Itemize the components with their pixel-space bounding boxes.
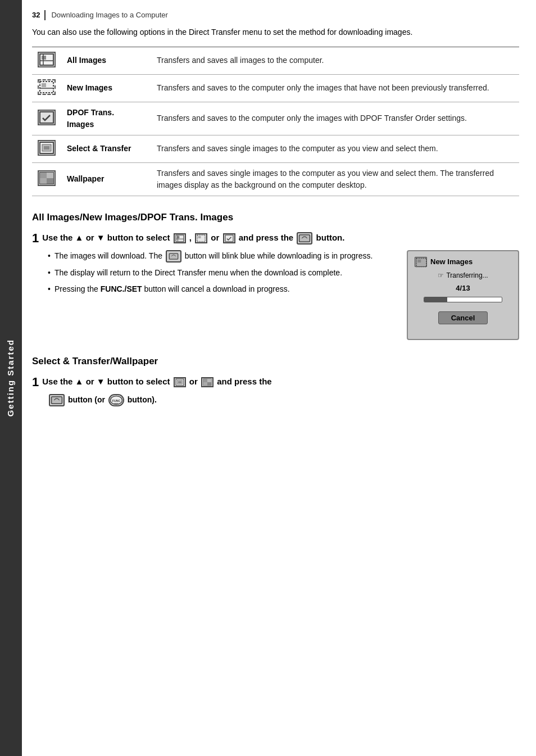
table-row: New Images Transfers and saves to the co… bbox=[32, 74, 519, 102]
svg-rect-23 bbox=[299, 234, 310, 242]
page-subtitle: Downloading Images to a Computer bbox=[51, 10, 167, 20]
camera-transferring-text: ☞ Transferring... bbox=[438, 271, 488, 279]
select-svg bbox=[39, 141, 54, 155]
print-btn-ref-icon bbox=[166, 250, 181, 262]
camera-progress-fill bbox=[424, 297, 447, 302]
camera-progress-bar bbox=[424, 297, 502, 302]
camera-screen-new-images-label: New Images bbox=[430, 257, 473, 266]
up-arrow-icon: ▲ bbox=[75, 233, 86, 242]
newimages-svg bbox=[39, 80, 54, 94]
table-label-wallpaper: Wallpaper bbox=[61, 162, 151, 196]
svg-rect-31 bbox=[203, 379, 207, 382]
svg-rect-13 bbox=[47, 173, 53, 178]
allimages-svg bbox=[39, 53, 54, 66]
section2: Select & Transfer/Wallpaper 1 Use the ▲ … bbox=[32, 356, 519, 406]
table-label-newimages: New Images bbox=[61, 74, 151, 102]
svg-rect-21 bbox=[198, 236, 201, 238]
section2-step1-text: Use the ▲ or ▼ button to select or and bbox=[42, 375, 271, 388]
table-desc-allimages: Transfers and saves all images to the co… bbox=[151, 47, 519, 74]
table-icon-cell bbox=[32, 102, 61, 135]
section2-step1-title: 1 Use the ▲ or ▼ button to select or bbox=[32, 375, 519, 390]
print-btn-icon-s2 bbox=[49, 394, 65, 406]
select-inline-icon bbox=[174, 377, 186, 387]
list-item: The images will download. The button wil… bbox=[48, 250, 396, 262]
table-label-select: Select & Transfer bbox=[61, 135, 151, 162]
svg-rect-22 bbox=[225, 235, 233, 242]
print-button-inline-icon bbox=[297, 232, 312, 245]
table-icon-cell bbox=[32, 162, 61, 196]
table-icon-cell bbox=[32, 74, 61, 102]
svg-rect-1 bbox=[42, 56, 46, 60]
section2-heading: Select & Transfer/Wallpaper bbox=[32, 356, 519, 367]
svg-text:FUNC: FUNC bbox=[112, 399, 121, 402]
wifi-icon: ☞ bbox=[438, 271, 444, 279]
svg-rect-5 bbox=[42, 83, 46, 87]
svg-rect-17 bbox=[176, 236, 179, 238]
wallpaper-svg bbox=[39, 171, 54, 185]
newimages-inline-icon bbox=[195, 233, 207, 243]
camera-screen-title: New Images bbox=[415, 257, 473, 267]
svg-rect-35 bbox=[52, 397, 62, 404]
select-icon bbox=[38, 140, 56, 156]
wallpaper-inline-icon bbox=[201, 377, 214, 387]
step-number-2: 1 bbox=[32, 375, 39, 390]
section1: All Images/New Images/DPOF Trans. Images… bbox=[32, 212, 519, 340]
table-desc-newimages: Transfers and saves to the computer only… bbox=[151, 74, 519, 102]
table-desc-wallpaper: Transfers and saves single images to the… bbox=[151, 162, 519, 196]
section1-step1-body: The images will download. The button wil… bbox=[48, 250, 519, 340]
camera-progress-fraction: 4/13 bbox=[456, 284, 470, 292]
step-content-row: The images will download. The button wil… bbox=[48, 250, 519, 340]
table-desc-dpof: Transfers and saves to the computer only… bbox=[151, 102, 519, 135]
table-desc-select: Transfers and saves single images to the… bbox=[151, 135, 519, 162]
svg-rect-10 bbox=[44, 146, 49, 150]
camera-screen-icon bbox=[415, 257, 427, 267]
table-icon-cell bbox=[32, 135, 61, 162]
camera-screen-mockup: New Images ☞ Transferring... 4/13 Cancel bbox=[407, 250, 519, 340]
step-number-1: 1 bbox=[32, 231, 39, 246]
allimages-icon bbox=[38, 52, 56, 67]
svg-rect-14 bbox=[40, 178, 47, 184]
table-row: All Images Transfers and saves all image… bbox=[32, 47, 519, 74]
svg-rect-34 bbox=[207, 382, 211, 386]
sidebar-tab: Getting Started bbox=[0, 0, 20, 756]
camera-cancel-button[interactable]: Cancel bbox=[438, 311, 488, 324]
intro-paragraph: You can also use the following options i… bbox=[32, 26, 519, 38]
wallpaper-icon bbox=[38, 170, 56, 186]
table-row: Wallpaper Transfers and saves single ima… bbox=[32, 162, 519, 196]
sidebar-label: Getting Started bbox=[6, 339, 15, 417]
func-set-button-icon: FUNCSET bbox=[108, 394, 124, 406]
dpof-inline-icon bbox=[223, 233, 235, 243]
section2-step1-body-text: button (or FUNCSET button). bbox=[48, 395, 157, 404]
page-header: 32 Downloading Images to a Computer bbox=[32, 10, 519, 20]
svg-rect-32 bbox=[207, 379, 211, 382]
svg-rect-7 bbox=[40, 112, 53, 123]
section1-step1-title: 1 Use the ▲ or ▼ button to select , bbox=[32, 231, 519, 246]
down-arrow-icon: ▼ bbox=[97, 233, 107, 242]
table-row: DPOF Trans.Images Transfers and saves to… bbox=[32, 102, 519, 135]
list-item: Pressing the FUNC./SET button will cance… bbox=[48, 283, 396, 295]
page-number: 32 bbox=[32, 10, 46, 20]
newimages-icon bbox=[38, 79, 56, 95]
up-arrow-icon-2: ▲ bbox=[75, 377, 86, 386]
table-icon-cell bbox=[32, 47, 61, 74]
svg-rect-15 bbox=[47, 178, 53, 184]
list-item: The display will return to the Direct Tr… bbox=[48, 267, 396, 279]
options-table: All Images Transfers and saves all image… bbox=[32, 47, 519, 196]
table-row: Select & Transfer Transfers and saves si… bbox=[32, 135, 519, 162]
step-bullets: The images will download. The button wil… bbox=[48, 250, 396, 300]
down-arrow-icon-2: ▼ bbox=[97, 377, 107, 386]
main-content: 32 Downloading Images to a Computer You … bbox=[20, 0, 536, 756]
svg-text:SET: SET bbox=[114, 403, 119, 405]
svg-rect-29 bbox=[178, 381, 181, 383]
table-label-dpof: DPOF Trans.Images bbox=[61, 102, 151, 135]
section2-step1-body: button (or FUNCSET button). bbox=[48, 394, 519, 406]
transferring-label: Transferring... bbox=[446, 271, 488, 279]
svg-rect-33 bbox=[203, 382, 207, 386]
svg-rect-26 bbox=[417, 260, 421, 262]
dpof-icon bbox=[38, 110, 56, 125]
section1-step1-text: Use the ▲ or ▼ button to select , or bbox=[42, 231, 344, 245]
table-label-allimages: All Images bbox=[61, 47, 151, 74]
svg-rect-12 bbox=[40, 173, 47, 178]
section1-heading: All Images/New Images/DPOF Trans. Images bbox=[32, 212, 519, 223]
svg-rect-24 bbox=[169, 253, 178, 259]
